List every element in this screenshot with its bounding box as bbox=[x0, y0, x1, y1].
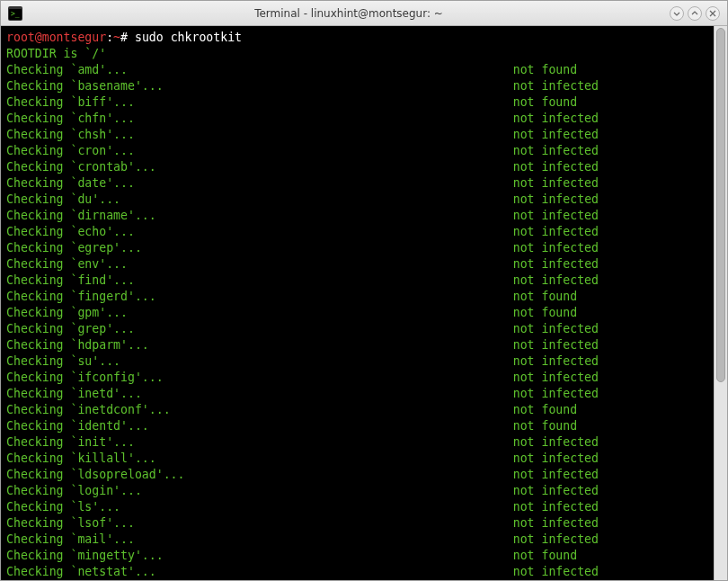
window-titlebar[interactable]: >_ Terminal - linuxhint@montsegur: ~ bbox=[1, 1, 727, 26]
check-name: Checking `netstat'... bbox=[6, 564, 156, 580]
check-line: Checking `fingerd'... not found bbox=[6, 289, 722, 305]
check-status: not infected bbox=[513, 370, 599, 386]
check-line: Checking `egrep'... not infected bbox=[6, 240, 722, 256]
check-line: Checking `login'... not infected bbox=[6, 483, 722, 499]
check-line: Checking `killall'... not infected bbox=[6, 451, 722, 467]
check-name: Checking `ls'... bbox=[6, 499, 120, 515]
check-name: Checking `hdparm'... bbox=[6, 337, 149, 353]
check-line: Checking `chfn'... not infected bbox=[6, 111, 722, 127]
prompt-command: sudo chkrootkit bbox=[135, 31, 242, 44]
check-name: Checking `env'... bbox=[6, 256, 128, 273]
check-status: not infected bbox=[513, 337, 599, 353]
check-status: not found bbox=[513, 418, 577, 434]
check-line: Checking `gpm'... not found bbox=[6, 305, 722, 321]
check-status: not infected bbox=[513, 321, 599, 337]
check-line: Checking `identd'... not found bbox=[6, 418, 722, 434]
check-line: Checking `echo'... not infected bbox=[6, 224, 722, 240]
maximize-button[interactable] bbox=[688, 6, 702, 21]
check-status: not infected bbox=[513, 564, 599, 580]
check-status: not found bbox=[513, 94, 577, 111]
check-status: not infected bbox=[513, 224, 599, 240]
check-status: not found bbox=[513, 289, 577, 305]
check-status: not found bbox=[513, 402, 577, 418]
check-name: Checking `date'... bbox=[6, 175, 135, 192]
check-name: Checking `basename'... bbox=[6, 78, 164, 94]
check-status: not found bbox=[513, 62, 577, 78]
prompt-path: ~ bbox=[113, 31, 120, 44]
check-name: Checking `fingerd'... bbox=[6, 289, 156, 305]
check-name: Checking `mingetty'... bbox=[6, 548, 164, 564]
check-line: Checking `du'... not infected bbox=[6, 192, 722, 208]
check-name: Checking `lsof'... bbox=[6, 515, 135, 532]
check-line: Checking `grep'... not infected bbox=[6, 321, 722, 337]
scrollbar-thumb[interactable] bbox=[716, 28, 725, 382]
check-name: Checking `dirname'... bbox=[6, 208, 156, 224]
check-status: not infected bbox=[513, 78, 599, 94]
check-status: not infected bbox=[513, 467, 599, 483]
check-status: not infected bbox=[513, 240, 599, 256]
terminal-icon: >_ bbox=[8, 6, 22, 21]
check-status: not infected bbox=[513, 499, 599, 515]
terminal-window: >_ Terminal - linuxhint@montsegur: ~ roo… bbox=[0, 0, 728, 581]
check-line: Checking `find'... not infected bbox=[6, 273, 722, 289]
check-status: not infected bbox=[513, 353, 599, 370]
check-name: Checking `ldsopreload'... bbox=[6, 467, 185, 483]
check-line: Checking `ldsopreload'... not infected bbox=[6, 467, 722, 483]
check-status: not infected bbox=[513, 192, 599, 208]
check-status: not infected bbox=[513, 256, 599, 273]
check-status: not infected bbox=[513, 273, 599, 289]
check-status: not infected bbox=[513, 175, 599, 192]
check-name: Checking `crontab'... bbox=[6, 159, 156, 175]
prompt-line: root@montsegur:~# sudo chkrootkit bbox=[6, 30, 722, 46]
check-name: Checking `grep'... bbox=[6, 321, 135, 337]
check-line: Checking `crontab'... not infected bbox=[6, 159, 722, 175]
check-status: not infected bbox=[513, 143, 599, 159]
check-name: Checking `init'... bbox=[6, 434, 135, 451]
check-status: not infected bbox=[513, 111, 599, 127]
check-status: not found bbox=[513, 305, 577, 321]
window-controls bbox=[670, 6, 720, 21]
check-name: Checking `echo'... bbox=[6, 224, 135, 240]
check-line: Checking `basename'... not infected bbox=[6, 78, 722, 94]
check-name: Checking `egrep'... bbox=[6, 240, 142, 256]
check-status: not found bbox=[513, 548, 577, 564]
check-name: Checking `su'... bbox=[6, 353, 120, 370]
minimize-button[interactable] bbox=[670, 6, 684, 21]
check-name: Checking `inetd'... bbox=[6, 386, 142, 402]
prompt-symbol: # bbox=[120, 31, 135, 44]
check-line: Checking `mingetty'... not found bbox=[6, 548, 722, 564]
check-status: not infected bbox=[513, 434, 599, 451]
check-name: Checking `amd'... bbox=[6, 62, 128, 78]
check-line: Checking `netstat'... not infected bbox=[6, 564, 722, 580]
check-name: Checking `gpm'... bbox=[6, 305, 128, 321]
check-line: Checking `chsh'... not infected bbox=[6, 127, 722, 143]
terminal-body[interactable]: root@montsegur:~# sudo chkrootkitROOTDIR… bbox=[1, 26, 727, 580]
terminal-output: root@montsegur:~# sudo chkrootkitROOTDIR… bbox=[1, 26, 727, 580]
check-status: not infected bbox=[513, 483, 599, 499]
check-name: Checking `inetdconf'... bbox=[6, 402, 171, 418]
check-line: Checking `su'... not infected bbox=[6, 353, 722, 370]
check-line: Checking `biff'... not found bbox=[6, 94, 722, 111]
check-line: Checking `env'... not infected bbox=[6, 256, 722, 273]
check-status: not infected bbox=[513, 515, 599, 532]
check-name: Checking `find'... bbox=[6, 273, 135, 289]
check-name: Checking `login'... bbox=[6, 483, 142, 499]
check-line: Checking `mail'... not infected bbox=[6, 532, 722, 548]
check-status: not infected bbox=[513, 532, 599, 548]
close-button[interactable] bbox=[706, 6, 720, 21]
check-name: Checking `chfn'... bbox=[6, 111, 135, 127]
check-status: not infected bbox=[513, 127, 599, 143]
check-name: Checking `identd'... bbox=[6, 418, 149, 434]
check-line: Checking `dirname'... not infected bbox=[6, 208, 722, 224]
check-line: Checking `init'... not infected bbox=[6, 434, 722, 451]
check-status: not infected bbox=[513, 208, 599, 224]
check-line: Checking `inetd'... not infected bbox=[6, 386, 722, 402]
check-name: Checking `du'... bbox=[6, 192, 120, 208]
check-line: Checking `cron'... not infected bbox=[6, 143, 722, 159]
check-status: not infected bbox=[513, 451, 599, 467]
check-name: Checking `ifconfig'... bbox=[6, 370, 164, 386]
vertical-scrollbar[interactable] bbox=[714, 26, 727, 580]
prompt-user-host: root@montsegur bbox=[6, 31, 106, 44]
check-name: Checking `chsh'... bbox=[6, 127, 135, 143]
check-line: Checking `inetdconf'... not found bbox=[6, 402, 722, 418]
